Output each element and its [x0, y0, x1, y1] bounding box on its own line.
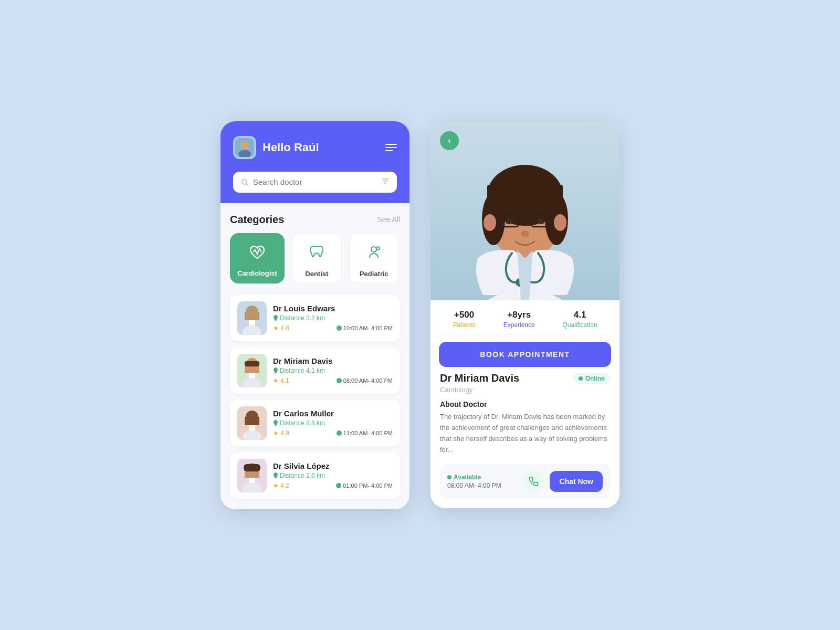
- svg-point-41: [484, 214, 496, 231]
- doctor-meta-1: ★ 4.1 08:00 AM- 4:00 PM: [273, 377, 393, 384]
- svg-rect-40: [487, 185, 563, 216]
- svg-point-46: [505, 218, 512, 224]
- menu-icon[interactable]: [385, 144, 397, 151]
- pediatric-icon: [364, 243, 383, 266]
- doctor-fullname: Dr Miriam Davis: [440, 372, 519, 384]
- dentist-label: Dentist: [305, 270, 328, 278]
- online-badge: Online: [573, 373, 610, 384]
- category-dentist[interactable]: Dentist: [292, 233, 342, 284]
- dentist-icon: [307, 243, 326, 266]
- svg-rect-21: [245, 361, 259, 366]
- doctor-meta-3: ★ 4.2 01:00 PM- 4:00 PM: [273, 482, 393, 489]
- doctor-distance-0: Distance 3.2 km: [273, 314, 393, 322]
- doctor-info-0: Dr Louis Edwars Distance 3.2 km ★ 4.8 10…: [273, 304, 393, 332]
- category-pediatric[interactable]: Pediatric: [349, 233, 399, 284]
- doctor-rating-1: ★ 4.1: [273, 377, 289, 384]
- available-label: Available: [447, 474, 517, 481]
- doctor-distance-1: Distance 4.1 km: [273, 367, 393, 374]
- doctor-card-3[interactable]: Dr Silvia López Distance 2.6 km ★ 4.2 01…: [230, 453, 400, 499]
- search-bar-container: [220, 172, 410, 203]
- stat-value-patients: +500: [453, 310, 475, 320]
- doctor-card-2[interactable]: Dr Carlos Muller Distance 8.8 km ★ 4.9 1…: [230, 400, 400, 446]
- chat-now-button[interactable]: Chat Now: [550, 471, 603, 492]
- stat-experience: +8yrs Experience: [503, 310, 535, 329]
- doctor-distance-3: Distance 2.6 km: [273, 472, 393, 479]
- doctor-info-3: Dr Silvia López Distance 2.6 km ★ 4.2 01…: [273, 461, 393, 489]
- doctor-card-0[interactable]: Dr Louis Edwars Distance 3.2 km ★ 4.8 10…: [230, 295, 400, 341]
- about-title: About Doctor: [440, 400, 610, 408]
- svg-rect-13: [245, 312, 259, 320]
- online-label: Online: [585, 375, 605, 382]
- svg-rect-24: [245, 417, 259, 425]
- doctor-time-1: 08:00 AM- 4:00 PM: [337, 377, 393, 384]
- svg-point-10: [376, 247, 380, 250]
- available-time: 08:00 AM- 4:00 PM: [447, 482, 517, 489]
- svg-rect-20: [249, 373, 255, 378]
- doctor-time-0: 10:00 AM- 4:00 PM: [337, 325, 393, 331]
- right-phone: ‹: [430, 122, 620, 508]
- doctor-name-row: Dr Miriam Davis Online: [440, 372, 610, 384]
- doctor-list: Dr Louis Edwars Distance 3.2 km ★ 4.8 10…: [230, 295, 400, 499]
- doctor-photo: [430, 122, 620, 300]
- doctor-card-1[interactable]: Dr Miriam Davis Distance 4.1 km ★ 4.1 08…: [230, 348, 400, 394]
- stat-label-qualification: Qualification: [563, 321, 597, 329]
- about-text: The trajectory of Dr. Miriam Davis has b…: [440, 412, 610, 455]
- doctor-name-2: Dr Carlos Muller: [273, 409, 393, 418]
- stats-row: +500 Patients +8yrs Experience 4.1 Quali…: [439, 300, 611, 334]
- cardiologist-label: Cardiologist: [237, 269, 277, 277]
- doctor-name-0: Dr Louis Edwars: [273, 304, 393, 313]
- stat-qualification: 4.1 Qualification: [563, 310, 597, 329]
- doctor-name-1: Dr Miriam Davis: [273, 356, 393, 365]
- stat-patients: +500 Patients: [453, 310, 475, 329]
- phone-call-button[interactable]: [522, 470, 544, 492]
- svg-point-4: [242, 179, 247, 184]
- user-avatar: [233, 136, 256, 159]
- doctor-avatar-0: [237, 301, 267, 335]
- search-icon: [240, 178, 249, 186]
- svg-point-42: [554, 214, 566, 231]
- cardiologist-icon: [248, 243, 267, 265]
- svg-rect-3: [241, 144, 248, 149]
- category-cardiologist[interactable]: Cardiologist: [230, 233, 285, 284]
- phone-icon: [528, 476, 539, 487]
- categories-title: Categories: [230, 214, 284, 226]
- categories-row: Cardiologist Dentist Ped: [230, 233, 400, 284]
- app-header: Hello Raúl: [220, 121, 410, 172]
- stat-label-patients: Patients: [453, 321, 475, 329]
- categories-header: Categories See All: [230, 214, 400, 226]
- doctor-avatar-1: [237, 354, 267, 387]
- doctor-meta-2: ★ 4.9 11:00 AM- 4:00 PM: [273, 429, 393, 437]
- search-input[interactable]: [253, 177, 377, 186]
- filter-icon[interactable]: [381, 177, 390, 187]
- greeting-text: Hello Raúl: [262, 141, 319, 154]
- available-info: Available 08:00 AM- 4:00 PM: [447, 474, 517, 489]
- header-left: Hello Raúl: [233, 136, 319, 159]
- svg-rect-26: [249, 425, 255, 430]
- doctor-avatar-2: [237, 406, 267, 440]
- svg-rect-15: [249, 320, 255, 326]
- right-body: Dr Miriam Davis Online Cardiology About …: [430, 372, 620, 508]
- doctor-info-1: Dr Miriam Davis Distance 4.1 km ★ 4.1 08…: [273, 356, 393, 384]
- doctor-rating-3: ★ 4.2: [273, 482, 289, 489]
- svg-line-5: [246, 184, 248, 186]
- see-all-button[interactable]: See All: [377, 215, 400, 224]
- svg-point-48: [521, 230, 529, 237]
- doctor-avatar-3: [237, 459, 267, 492]
- bottom-action-row: Available 08:00 AM- 4:00 PM Chat Now: [440, 464, 610, 499]
- doctor-name-3: Dr Silvia López: [273, 461, 393, 470]
- doctor-time-2: 11:00 AM- 4:00 PM: [337, 430, 393, 436]
- doctor-info-2: Dr Carlos Muller Distance 8.8 km ★ 4.9 1…: [273, 409, 393, 437]
- doctor-photo-section: ‹: [430, 122, 620, 300]
- pediatric-label: Pediatric: [360, 270, 388, 278]
- doctor-distance-2: Distance 8.8 km: [273, 419, 393, 427]
- svg-rect-32: [244, 464, 260, 471]
- book-appointment-button[interactable]: BOOK APPOINTMENT: [439, 342, 611, 367]
- svg-point-47: [538, 218, 545, 224]
- stat-label-experience: Experience: [503, 321, 535, 329]
- doctor-rating-0: ★ 4.8: [273, 324, 289, 332]
- online-dot: [579, 376, 583, 381]
- search-input-wrap: [233, 172, 397, 193]
- doctor-specialty: Cardiology: [440, 386, 610, 394]
- svg-point-9: [371, 247, 376, 252]
- stat-value-qualification: 4.1: [563, 310, 597, 320]
